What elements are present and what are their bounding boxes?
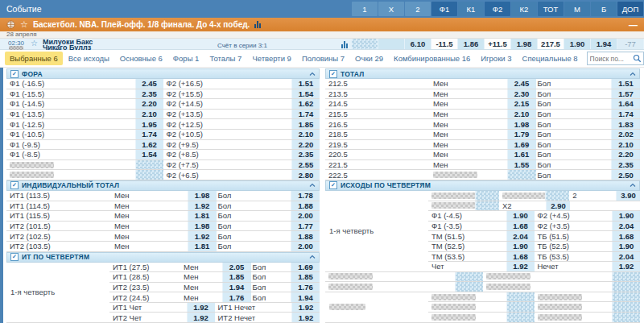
market-tab[interactable]: Все исходы xyxy=(64,52,114,65)
odds-cell[interactable]: 2.02 xyxy=(611,130,640,139)
event-odds-cell[interactable]: -77 xyxy=(617,39,643,49)
chevron-up-icon[interactable] xyxy=(309,255,316,259)
event-odds-cell[interactable]: 1.86 xyxy=(458,39,484,49)
odds-cell[interactable]: 2.05 xyxy=(222,263,251,272)
odds-cell[interactable]: 1.68 xyxy=(506,252,535,262)
odds-cell[interactable]: 1.54 xyxy=(291,89,320,99)
left-scrollbar[interactable] xyxy=(0,68,3,323)
odds-cell[interactable]: 1.92 xyxy=(612,262,640,271)
odds-cell[interactable]: 1.92 xyxy=(188,201,217,211)
odds-cell[interactable] xyxy=(612,302,640,312)
chevron-up-icon[interactable] xyxy=(309,72,316,77)
odds-cell[interactable]: 2.35 xyxy=(611,160,640,170)
odds-cell[interactable]: 1.69 xyxy=(291,263,320,272)
market-tab[interactable]: Игроки 3 xyxy=(476,52,516,65)
odds-cell[interactable]: 2.20 xyxy=(291,140,320,150)
odds-cell[interactable]: 1.68 xyxy=(612,231,640,241)
odds-cell[interactable]: 2.20 xyxy=(135,99,163,109)
odds-cell[interactable] xyxy=(612,282,640,292)
section-header[interactable]: ✓ТОТАЛ xyxy=(325,68,640,79)
odds-cell[interactable]: 1.51 xyxy=(291,79,320,89)
odds-cell[interactable] xyxy=(612,272,640,282)
event-odds-cell[interactable]: +11.5 xyxy=(485,39,510,49)
odds-cell[interactable]: 2.50 xyxy=(611,170,640,180)
odds-cell[interactable]: 2.00 xyxy=(291,242,320,251)
odds-cell[interactable]: 1.92 xyxy=(187,303,215,313)
odds-cell[interactable]: 2.04 xyxy=(612,252,640,262)
market-tab[interactable]: Специальные 8 xyxy=(518,52,583,65)
odds-cell[interactable]: 1.92 xyxy=(506,262,535,271)
event-row[interactable]: 02:30 ☆ Милуоки Бакс Чикаго Буллз Счёт в… xyxy=(0,39,644,50)
odds-cell[interactable]: 1.81 xyxy=(188,242,217,251)
odds-cell[interactable]: 1.74 xyxy=(135,130,163,139)
odds-cell[interactable]: 1.94 xyxy=(222,283,251,292)
odds-cell[interactable]: 1.69 xyxy=(507,140,536,150)
chevron-up-icon[interactable] xyxy=(630,183,636,188)
odds-cell[interactable]: 1.51 xyxy=(611,79,640,89)
favorite-star-icon[interactable]: ☆ xyxy=(20,20,28,29)
market-tab[interactable]: Тоталы 7 xyxy=(204,52,246,65)
odds-cell[interactable]: 1.54 xyxy=(135,150,163,159)
odds-cell[interactable]: 1.81 xyxy=(188,211,217,221)
odds-cell[interactable]: 1.90 xyxy=(612,242,640,251)
section-checkbox[interactable]: ✓ xyxy=(10,253,19,261)
bar-chart-icon[interactable] xyxy=(341,41,348,48)
odds-cell[interactable]: 2.10 xyxy=(611,140,640,150)
odds-cell[interactable]: 2.10 xyxy=(507,110,536,119)
odds-cell[interactable]: 1.62 xyxy=(291,99,320,109)
odds-cell[interactable]: 1.76 xyxy=(222,292,251,302)
odds-cell[interactable] xyxy=(506,302,535,312)
section-header[interactable]: ✓ИНДИВИДУАЛЬНЫЙ ТОТАЛ xyxy=(6,180,320,191)
event-odds-cell[interactable]: 1.98 xyxy=(511,39,537,49)
market-tab[interactable]: Форы 1 xyxy=(168,52,204,65)
odds-cell[interactable]: 1.74 xyxy=(611,110,640,119)
odds-cell[interactable]: 2.55 xyxy=(291,160,320,170)
odds-cell[interactable]: 2.35 xyxy=(135,89,163,99)
event-odds-cell[interactable]: -11.5 xyxy=(431,39,457,49)
odds-cell[interactable]: 2.30 xyxy=(507,89,536,99)
odds-cell[interactable]: 2.00 xyxy=(291,211,320,221)
odds-cell[interactable]: 1.78 xyxy=(291,191,320,201)
market-tab[interactable]: Половины 7 xyxy=(297,52,349,65)
event-odds-cell[interactable]: 1.90 xyxy=(564,39,590,49)
odds-cell[interactable]: 1.94 xyxy=(291,292,320,302)
event-odds-cell[interactable] xyxy=(378,39,404,49)
odds-cell[interactable] xyxy=(506,292,535,302)
odds-cell[interactable] xyxy=(506,313,535,322)
market-tab[interactable]: Выбранные 6 xyxy=(5,52,63,65)
favorite-star-icon[interactable]: ☆ xyxy=(31,39,38,48)
odds-cell[interactable]: 1.92 xyxy=(291,313,320,322)
search-box[interactable] xyxy=(587,52,644,65)
league-bar[interactable]: ☆ Баскетбол. NBA. Плей-офф. 1/8 финала. … xyxy=(0,18,644,31)
odds-cell[interactable]: 1.77 xyxy=(291,222,320,231)
odds-cell[interactable]: 1.90 xyxy=(612,211,640,221)
chevron-up-icon[interactable] xyxy=(309,183,316,188)
odds-cell[interactable]: 2.45 xyxy=(507,79,536,89)
odds-cell[interactable] xyxy=(612,292,640,302)
odds-cell[interactable] xyxy=(507,170,536,180)
chevron-up-icon[interactable] xyxy=(630,72,636,77)
odds-cell[interactable] xyxy=(475,191,499,201)
odds-cell[interactable]: 1.85 xyxy=(291,272,320,282)
odds-cell[interactable]: 1.83 xyxy=(611,119,640,129)
odds-cell[interactable] xyxy=(475,201,499,211)
odds-cell[interactable]: 1.85 xyxy=(291,119,320,129)
odds-cell[interactable]: 2.10 xyxy=(135,110,163,119)
odds-cell[interactable]: 1.79 xyxy=(507,130,536,139)
odds-cell[interactable]: 1.92 xyxy=(291,303,320,313)
odds-cell[interactable]: 1.64 xyxy=(611,99,640,109)
section-header[interactable]: ✓ИТ ПО ЧЕТВЕРТЯМ xyxy=(6,252,320,263)
stats-bars-icon[interactable] xyxy=(254,21,261,28)
odds-cell[interactable]: 1.92 xyxy=(188,231,217,241)
section-checkbox[interactable]: ✓ xyxy=(10,70,19,78)
event-odds-cell[interactable]: 6.10 xyxy=(405,39,431,49)
odds-cell[interactable]: 1.74 xyxy=(291,110,320,119)
odds-cell[interactable]: 2.04 xyxy=(506,231,535,241)
section-checkbox[interactable]: ✓ xyxy=(10,181,19,189)
odds-cell[interactable]: 2.04 xyxy=(612,222,640,231)
odds-cell[interactable]: 1.98 xyxy=(188,191,217,201)
odds-cell[interactable]: 3.90 xyxy=(616,191,640,201)
odds-cell[interactable]: 2.20 xyxy=(611,150,640,159)
section-header[interactable]: ✓ИСХОДЫ ПО ЧЕТВЕРТЯМ xyxy=(325,180,640,191)
odds-cell[interactable] xyxy=(135,170,163,180)
